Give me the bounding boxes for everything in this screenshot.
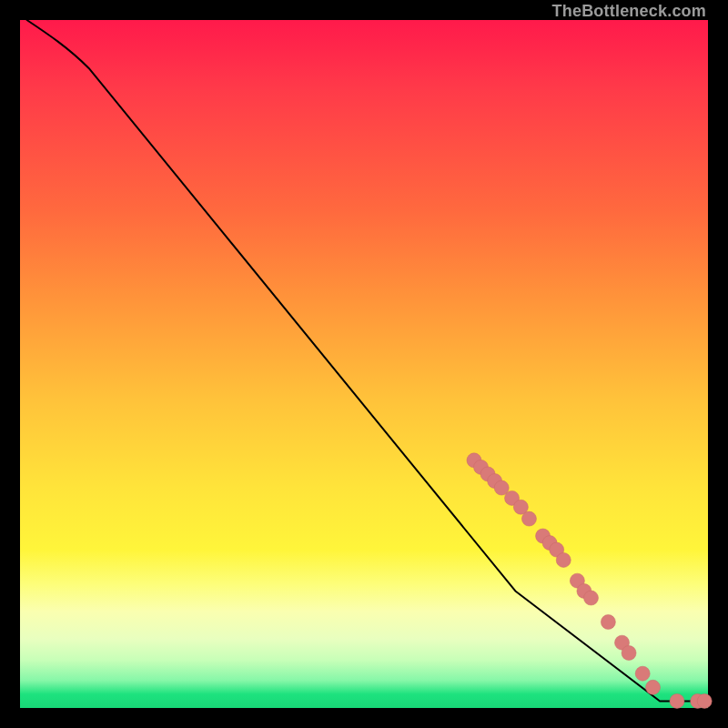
- data-marker: [622, 646, 636, 661]
- marker-group: [467, 453, 712, 709]
- data-marker: [601, 615, 615, 630]
- bottleneck-curve: [27, 20, 702, 701]
- plot-area: [20, 20, 708, 708]
- data-marker: [697, 693, 712, 708]
- data-marker: [670, 693, 684, 708]
- data-marker: [521, 511, 536, 526]
- curve-layer: [20, 20, 708, 708]
- attribution-label: TheBottleneck.com: [552, 2, 706, 21]
- data-marker: [635, 666, 650, 681]
- data-marker: [646, 680, 661, 694]
- data-marker: [583, 591, 598, 605]
- chart-stage: TheBottleneck.com: [0, 0, 728, 728]
- data-marker: [556, 552, 571, 567]
